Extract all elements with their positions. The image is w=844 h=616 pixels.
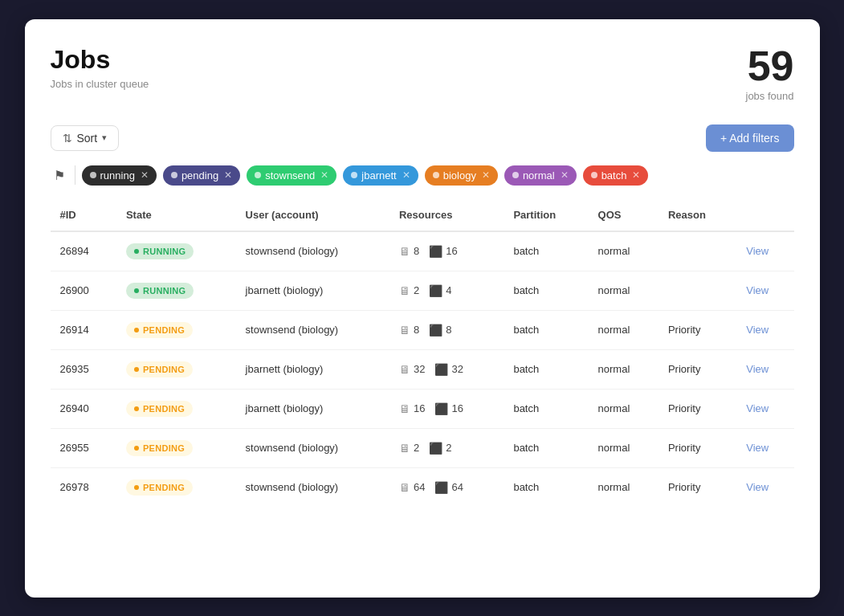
state-badge: PENDING xyxy=(126,440,193,456)
cpu-value: 32 xyxy=(414,363,425,375)
gpu-value: 64 xyxy=(451,481,463,493)
cell-qos: normal xyxy=(589,467,658,507)
chip-close-biology[interactable]: ✕ xyxy=(482,169,490,181)
filters-row: ⚑ running ✕ pending ✕ stownsend ✕ jbarne… xyxy=(51,165,794,186)
cpu-value: 2 xyxy=(414,442,419,454)
cell-partition: batch xyxy=(504,231,588,271)
view-link[interactable]: View xyxy=(746,442,769,454)
badge-dot xyxy=(134,446,139,451)
state-badge: PENDING xyxy=(126,479,193,496)
resource-gpu: ⬛ 64 xyxy=(434,481,463,494)
cell-qos: normal xyxy=(589,389,658,428)
resource-gpu: ⬛ 16 xyxy=(429,245,457,258)
cell-partition: batch xyxy=(504,428,588,467)
badge-dot xyxy=(134,367,139,372)
add-filters-button[interactable]: + Add filters xyxy=(706,124,794,152)
cell-resources: 🖥 2 ⬛ 4 xyxy=(389,271,504,310)
cpu-icon: 🖥 xyxy=(399,324,410,337)
cell-state: PENDING xyxy=(116,467,236,507)
resource-cpu: 🖥 16 xyxy=(399,402,425,415)
cell-user: stownsend (biology) xyxy=(236,231,389,271)
cell-view[interactable]: View xyxy=(736,389,793,428)
sort-button[interactable]: ⇅ Sort ▾ xyxy=(51,125,120,151)
view-link[interactable]: View xyxy=(746,481,769,493)
gpu-icon: ⬛ xyxy=(434,402,448,415)
view-link[interactable]: View xyxy=(746,363,769,375)
table-row: 26955 PENDING stownsend (biology) 🖥 2 ⬛ … xyxy=(51,428,794,467)
filter-icon-button[interactable]: ⚑ xyxy=(51,165,68,186)
cpu-value: 8 xyxy=(414,324,419,336)
jobs-card: Jobs Jobs in cluster queue 59 jobs found… xyxy=(25,19,820,598)
view-link[interactable]: View xyxy=(746,402,769,414)
sort-label: Sort xyxy=(77,132,98,145)
table-row: 26978 PENDING stownsend (biology) 🖥 64 ⬛… xyxy=(51,467,794,507)
chip-close-stownsend[interactable]: ✕ xyxy=(320,169,328,181)
cpu-icon: 🖥 xyxy=(399,284,410,297)
col-qos: QOS xyxy=(589,202,658,231)
cell-reason xyxy=(658,271,736,310)
page-header: Jobs Jobs in cluster queue 59 jobs found xyxy=(51,45,794,102)
view-link[interactable]: View xyxy=(746,245,769,257)
cell-resources: 🖥 8 ⬛ 16 xyxy=(389,231,504,271)
cell-view[interactable]: View xyxy=(736,231,793,271)
cell-qos: normal xyxy=(589,428,658,467)
view-link[interactable]: View xyxy=(746,324,769,336)
cell-view[interactable]: View xyxy=(736,467,793,507)
table-row: 26894 RUNNING stownsend (biology) 🖥 8 ⬛ … xyxy=(51,231,794,271)
chip-close-jbarnett[interactable]: ✕ xyxy=(402,169,410,181)
cell-qos: normal xyxy=(589,310,658,349)
state-badge: PENDING xyxy=(126,322,193,338)
sort-icon: ⇅ xyxy=(63,132,72,145)
cell-view[interactable]: View xyxy=(736,310,793,349)
col-state: State xyxy=(116,202,236,231)
chip-close-running[interactable]: ✕ xyxy=(141,169,149,181)
gpu-icon: ⬛ xyxy=(434,481,448,494)
gpu-value: 2 xyxy=(446,442,451,454)
chip-label-running: running xyxy=(100,169,135,182)
col-reason: Reason xyxy=(658,202,736,231)
chip-dot-normal xyxy=(512,172,519,178)
cpu-value: 64 xyxy=(414,481,425,493)
cell-reason: Priority xyxy=(658,389,736,428)
cell-view[interactable]: View xyxy=(736,349,793,389)
cpu-icon: 🖥 xyxy=(399,481,410,494)
view-link[interactable]: View xyxy=(746,284,769,296)
chip-label-jbarnett: jbarnett xyxy=(361,169,396,182)
resource-cpu: 🖥 8 xyxy=(399,245,419,258)
cell-user: jbarnett (biology) xyxy=(236,389,389,428)
chip-close-pending[interactable]: ✕ xyxy=(224,169,232,181)
chip-dot-jbarnett xyxy=(351,172,357,178)
badge-dot xyxy=(134,485,139,490)
page-title: Jobs xyxy=(51,45,149,75)
cell-user: stownsend (biology) xyxy=(236,467,389,507)
gpu-icon: ⬛ xyxy=(429,324,442,337)
cell-reason: Priority xyxy=(658,467,736,507)
state-badge: RUNNING xyxy=(126,283,194,299)
cpu-icon: 🖥 xyxy=(399,245,410,258)
chip-close-batch[interactable]: ✕ xyxy=(632,169,640,181)
resource-gpu: ⬛ 16 xyxy=(434,402,463,415)
col-resources: Resources xyxy=(389,202,504,231)
gpu-value: 16 xyxy=(451,402,463,414)
cell-user: stownsend (biology) xyxy=(236,428,389,467)
chip-dot-running xyxy=(90,172,96,178)
cell-view[interactable]: View xyxy=(736,428,793,467)
header-left: Jobs Jobs in cluster queue xyxy=(51,45,149,90)
resource-cpu: 🖥 2 xyxy=(399,442,419,455)
cell-qos: normal xyxy=(589,231,658,271)
jobs-count: 59 xyxy=(746,45,794,87)
chip-close-normal[interactable]: ✕ xyxy=(561,169,569,181)
resource-cpu: 🖥 32 xyxy=(399,363,425,376)
cell-user: stownsend (biology) xyxy=(236,310,389,349)
cell-partition: batch xyxy=(504,467,588,507)
cell-state: PENDING xyxy=(116,428,236,467)
cell-view[interactable]: View xyxy=(736,271,793,310)
gpu-icon: ⬛ xyxy=(429,442,442,455)
cell-user: jbarnett (biology) xyxy=(236,271,389,310)
gpu-icon: ⬛ xyxy=(429,284,442,297)
cell-id: 26935 xyxy=(51,349,116,389)
chip-running: running ✕ xyxy=(82,165,157,186)
cell-state: PENDING xyxy=(116,349,236,389)
chip-dot-stownsend xyxy=(255,172,261,178)
gpu-value: 8 xyxy=(446,324,451,336)
